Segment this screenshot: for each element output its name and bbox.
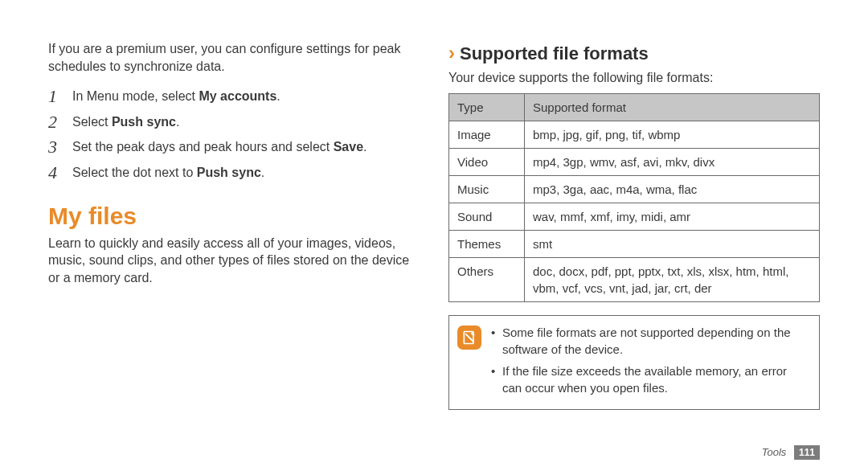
- table-row: Video mp4, 3gp, wmv, asf, avi, mkv, divx: [449, 148, 820, 175]
- my-files-heading: My files: [48, 203, 420, 230]
- step-text-post: .: [176, 115, 179, 129]
- step-bold: My accounts: [199, 89, 276, 103]
- footer-page-number: 111: [794, 445, 820, 460]
- cell-type: Video: [449, 148, 525, 175]
- cell-type: Music: [449, 175, 525, 203]
- formats-table: Type Supported format Image bmp, jpg, gi…: [448, 93, 820, 302]
- step-4: 4 Select the dot next to Push sync.: [48, 164, 420, 182]
- cell-format: doc, docx, pdf, ppt, pptx, txt, xls, xls…: [525, 257, 820, 301]
- step-text-post: .: [261, 166, 264, 179]
- page-footer: Tools 111: [762, 445, 820, 460]
- footer-section: Tools: [762, 446, 787, 458]
- chevron-right-icon: ›: [448, 44, 455, 62]
- note-list: Some file formats are not supported depe…: [491, 324, 809, 401]
- table-row: Music mp3, 3ga, aac, m4a, wma, flac: [449, 175, 820, 203]
- note-item: Some file formats are not supported depe…: [491, 324, 809, 358]
- step-number: 4: [48, 161, 57, 185]
- step-2: 2 Select Push sync.: [48, 113, 420, 131]
- step-bold: Save: [334, 140, 363, 154]
- note-box: Some file formats are not supported depe…: [448, 315, 820, 410]
- cell-type: Image: [449, 121, 525, 148]
- table-row: Sound wav, mmf, xmf, imy, midi, amr: [449, 203, 820, 230]
- my-files-desc: Learn to quickly and easily access all o…: [48, 235, 420, 287]
- cell-format: smt: [525, 230, 820, 257]
- cell-type: Others: [449, 257, 525, 301]
- push-sync-steps: 1 In Menu mode, select My accounts. 2 Se…: [48, 88, 420, 181]
- step-text-post: .: [363, 140, 366, 154]
- cell-format: bmp, jpg, gif, png, tif, wbmp: [525, 121, 820, 148]
- supported-formats-heading: Supported file formats: [460, 43, 649, 64]
- cell-format: mp4, 3gp, wmv, asf, avi, mkv, divx: [525, 148, 820, 175]
- step-bold: Push sync: [112, 115, 176, 129]
- step-text-pre: Select the dot next to: [72, 166, 197, 179]
- table-row: Image bmp, jpg, gif, png, tif, wbmp: [449, 121, 820, 148]
- cell-type: Sound: [449, 203, 525, 230]
- step-text-post: .: [276, 89, 280, 103]
- step-number: 1: [48, 84, 57, 109]
- step-1: 1 In Menu mode, select My accounts.: [48, 88, 420, 105]
- step-bold: Push sync: [197, 166, 261, 179]
- cell-type: Themes: [449, 230, 525, 257]
- cell-format: mp3, 3ga, aac, m4a, wma, flac: [525, 175, 820, 203]
- table-row: Themes smt: [449, 230, 820, 257]
- premium-intro: If you are a premium user, you can confi…: [48, 40, 420, 75]
- table-head-type: Type: [449, 93, 525, 121]
- supported-formats-intro: Your device supports the following file …: [448, 69, 820, 87]
- note-icon: [457, 326, 481, 350]
- note-item: If the file size exceeds the available m…: [491, 362, 809, 396]
- step-number: 2: [48, 110, 57, 134]
- step-number: 3: [48, 135, 57, 159]
- step-text-pre: Select: [72, 115, 112, 129]
- step-text-pre: Set the peak days and peak hours and sel…: [72, 140, 334, 154]
- step-3: 3 Set the peak days and peak hours and s…: [48, 138, 420, 156]
- table-row: Others doc, docx, pdf, ppt, pptx, txt, x…: [449, 257, 820, 301]
- cell-format: wav, mmf, xmf, imy, midi, amr: [525, 203, 820, 230]
- step-text-pre: In Menu mode, select: [72, 89, 199, 103]
- table-head-format: Supported format: [525, 93, 820, 121]
